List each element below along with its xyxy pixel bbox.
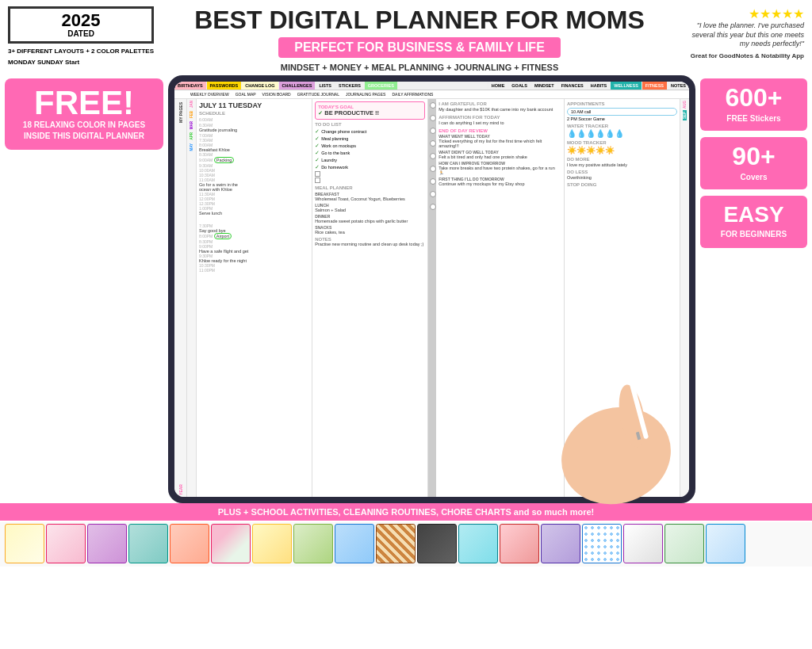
todo-item-7: [315, 171, 425, 177]
tab-changelog[interactable]: CHANGE LOG: [242, 82, 278, 90]
covers-badge: 90+ Covers: [700, 137, 807, 189]
went-well-text: Ticked everything of my list for the fir…: [439, 139, 561, 148]
app-compat: Great for GoodNotes & Notability App: [685, 52, 804, 59]
main-title-area: BEST DIGITAL PLANNER FOR MOMS PERFECT FO…: [154, 6, 685, 72]
tab-habits[interactable]: HABITS: [587, 82, 610, 90]
review-stars: ★★★★★: [685, 6, 804, 21]
tab-passwords[interactable]: PASSWORDS: [207, 82, 243, 90]
start-info: MONDAY SUNDAY Start: [8, 59, 154, 66]
dated-label: DATED: [15, 29, 147, 38]
notes-text: Practise new morning routine and clean u…: [315, 242, 425, 246]
tab-lists[interactable]: LISTS: [316, 82, 335, 90]
easy-badge: EASY FOR BEGINNERS: [700, 196, 807, 248]
cover-8[interactable]: [293, 524, 333, 563]
review-text: "I love the planner. I've purchased seve…: [685, 21, 804, 49]
cover-9[interactable]: [335, 524, 374, 563]
meal-planner-header: MEAL PLANNER: [315, 185, 425, 190]
cover-strip: [0, 522, 812, 567]
sub-nav: WEEKLY OVERVIEWGOAL MAPVISION BOARDGRATI…: [174, 90, 689, 99]
cover-4[interactable]: [128, 524, 168, 563]
cover-16[interactable]: [623, 524, 663, 563]
todo-item-1: ✓Change phone contract: [315, 128, 425, 135]
todo-item-4: ✓Go to the bank: [315, 150, 425, 156]
do-less-text: Overthinking: [567, 175, 677, 180]
tab-notes[interactable]: NOTES: [667, 82, 689, 90]
free-label: FREE!: [16, 86, 152, 120]
snacks-text: Rice cakes, tea: [315, 230, 425, 235]
tab-wellness[interactable]: WELLNESS: [610, 82, 642, 90]
stickers-label: FREE Stickers: [726, 114, 780, 123]
goal-text: ✓ BE PRODUCTIVE !!: [318, 109, 422, 116]
todo-item-5: ✓Laundry: [315, 157, 425, 163]
tab-birthdays[interactable]: BIRTHDAYS: [174, 82, 207, 90]
cover-15[interactable]: [582, 524, 622, 563]
cover-1[interactable]: [5, 524, 44, 563]
hand-stylus-image: [537, 313, 695, 511]
appointment-2: 2 PM Soccer Game: [567, 116, 677, 121]
schedule-column: JULY 11 TUESDAY SCHEDULE 6:00AM 6:30AM G…: [197, 99, 312, 497]
todo-item-6: ✓Do homework: [315, 164, 425, 170]
free-description: 18 RELAXING COLOR IN PAGES INSIDE THIS D…: [16, 120, 152, 142]
cover-13[interactable]: [500, 524, 539, 563]
cover-5[interactable]: [170, 524, 209, 563]
right-panel: 600+ FREE Stickers 90+ Covers EASY FOR B…: [700, 75, 807, 503]
my-pages-label: MY PAGES: [178, 102, 183, 123]
todo-item-3: ✓Work on mockups: [315, 143, 425, 149]
cover-3[interactable]: [87, 524, 127, 563]
tab-mindset[interactable]: MINDSET: [530, 82, 557, 90]
middle-section: FREE! 18 RELAXING COLOR IN PAGES INSIDE …: [0, 75, 812, 503]
first-thing-text: Continue with my mockups for my Etsy sho…: [439, 181, 561, 186]
tab-stickers[interactable]: STICKERS: [335, 82, 365, 90]
svg-point-0: [548, 392, 685, 511]
easy-label: EASY: [705, 204, 802, 226]
covers-label: Covers: [741, 173, 768, 181]
cover-18[interactable]: [706, 524, 745, 563]
cover-10[interactable]: [376, 524, 416, 563]
my-pages-sidebar: MY PAGES YEAR: [174, 99, 187, 497]
schedule-header: SCHEDULE: [199, 111, 309, 116]
lunch-text: Salmon + Salad: [315, 208, 425, 212]
month-tabs: JAN FEB MAR APR MAY: [187, 99, 197, 497]
todo-item-2: ✓Meal planning: [315, 136, 425, 142]
tab-finances[interactable]: FINANCES: [557, 82, 587, 90]
improve-text: Take more breaks and have two protein sh…: [439, 166, 561, 175]
do-more-header: DO MORE: [567, 157, 677, 162]
features-line: MINDSET + MONEY + MEAL PLANNING + JOURNA…: [162, 63, 677, 72]
stickers-count: 600+: [705, 85, 802, 110]
tab-groceries[interactable]: GROCERIES: [365, 82, 398, 90]
do-more-text: I love my positive attitude lately: [567, 162, 677, 167]
year-label: 2025: [15, 12, 147, 29]
top-right-area: ★★★★★ "I love the planner. I've purchase…: [685, 6, 804, 59]
didnt-go-well-text: Felt a bit tired and only had one protei…: [439, 155, 561, 159]
todo-item-8: [315, 178, 425, 183]
tab-challenges[interactable]: CHALLENGES: [279, 82, 316, 90]
cover-6[interactable]: [211, 524, 251, 563]
cover-7[interactable]: [252, 524, 292, 563]
main-title: BEST DIGITAL PLANNER FOR MOMS: [162, 6, 677, 34]
tab-home[interactable]: HOME: [488, 82, 508, 90]
subtitle-banner: PERFECT FOR BUSINESS & FAMILY LIFE: [278, 37, 561, 58]
cover-14[interactable]: [541, 524, 580, 563]
grateful-text: My daughter and the $10K that came into …: [439, 107, 561, 112]
free-section: FREE! 18 RELAXING COLOR IN PAGES INSIDE …: [5, 78, 163, 150]
cover-17[interactable]: [665, 524, 704, 563]
tab-goals[interactable]: GOALS: [508, 82, 530, 90]
cover-11[interactable]: [417, 524, 457, 563]
left-panel: FREE! 18 RELAXING COLOR IN PAGES INSIDE …: [5, 75, 163, 503]
cover-12[interactable]: [458, 524, 498, 563]
end-of-day-header: END OF DAY REVIEW: [439, 128, 561, 133]
cover-2[interactable]: [46, 524, 86, 563]
top-header: 2025 DATED 3+ DIFFERENT LAYOUTS + 2 COLO…: [0, 0, 812, 75]
todays-goal-box: TODAY'S GOAL ✓ BE PRODUCTIVE !!: [315, 101, 425, 120]
tab-fitness[interactable]: FITNESS: [642, 82, 667, 90]
appointments-header: APPOINTMENTS: [567, 101, 677, 106]
stop-doing-header: STOP DOING: [567, 182, 677, 187]
breakfast-text: Wholemeal Toast, Coconut Yogurt, Blueber…: [315, 197, 425, 201]
appointment-1: 10 AM call: [567, 108, 677, 116]
grateful-header: I AM GRATEFUL FOR: [439, 101, 561, 106]
todo-column: TODAY'S GOAL ✓ BE PRODUCTIVE !! TO DO LI…: [312, 99, 428, 497]
tab-bar: BIRTHDAYS PASSWORDS CHANGE LOG CHALLENGE…: [174, 82, 689, 90]
water-drops: 💧💧💧💧💧💧: [567, 129, 677, 138]
do-less-header: DO LESS: [567, 170, 677, 174]
mood-tracker-header: MOOD TRACKER: [567, 140, 677, 145]
